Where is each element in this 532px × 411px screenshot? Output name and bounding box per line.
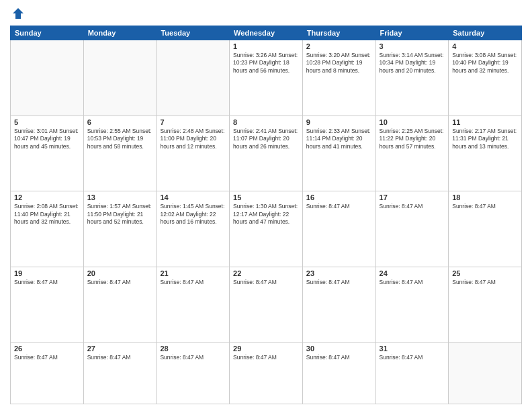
day-number: 23 — [306, 269, 372, 277]
logo — [10, 7, 25, 20]
day-info: Sunrise: 1:30 AM Sunset: 12:17 AM Daylig… — [233, 203, 299, 226]
day-info: Sunrise: 1:57 AM Sunset: 11:50 PM Daylig… — [87, 203, 153, 226]
calendar-week: 26Sunrise: 8:47 AM27Sunrise: 8:47 AM28Su… — [11, 342, 522, 404]
day-number: 17 — [380, 193, 445, 201]
calendar-cell: 8Sunrise: 2:41 AM Sunset: 11:07 PM Dayli… — [230, 116, 303, 191]
day-number: 24 — [380, 269, 445, 277]
page: SundayMondayTuesdayWednesdayThursdayFrid… — [0, 0, 532, 411]
day-header: Tuesday — [157, 26, 230, 40]
calendar-cell: 7Sunrise: 2:48 AM Sunset: 11:00 PM Dayli… — [157, 116, 230, 191]
header-row: SundayMondayTuesdayWednesdayThursdayFrid… — [11, 26, 522, 40]
day-number: 31 — [380, 345, 445, 353]
day-info: Sunrise: 3:01 AM Sunset: 10:47 PM Daylig… — [14, 128, 80, 150]
day-info: Sunrise: 1:45 AM Sunset: 12:02 AM Daylig… — [160, 203, 226, 226]
day-number: 20 — [87, 269, 153, 277]
day-info: Sunrise: 2:25 AM Sunset: 11:22 PM Daylig… — [380, 128, 445, 150]
calendar-cell: 5Sunrise: 3:01 AM Sunset: 10:47 PM Dayli… — [11, 116, 84, 191]
calendar-cell: 12Sunrise: 2:08 AM Sunset: 11:40 PM Dayl… — [11, 191, 84, 267]
calendar-cell: 22Sunrise: 8:47 AM — [230, 267, 303, 342]
day-header: Monday — [83, 26, 157, 40]
day-info: Sunrise: 3:26 AM Sunset: 10:23 PM Daylig… — [233, 52, 299, 75]
day-number: 12 — [14, 193, 80, 201]
day-number: 5 — [14, 118, 80, 126]
day-number: 27 — [87, 345, 153, 353]
calendar-cell: 16Sunrise: 8:47 AM — [302, 191, 375, 267]
calendar-cell: 30Sunrise: 8:47 AM — [302, 342, 375, 404]
calendar-week: 12Sunrise: 2:08 AM Sunset: 11:40 PM Dayl… — [11, 191, 522, 267]
day-info: Sunrise: 8:47 AM — [306, 203, 372, 210]
day-info: Sunrise: 8:47 AM — [87, 279, 153, 286]
day-number: 19 — [14, 269, 80, 277]
day-info: Sunrise: 8:47 AM — [160, 279, 226, 286]
day-header: Wednesday — [230, 26, 303, 40]
calendar-cell: 13Sunrise: 1:57 AM Sunset: 11:50 PM Dayl… — [83, 191, 157, 267]
calendar-cell — [11, 40, 84, 116]
day-number: 29 — [233, 345, 299, 353]
day-number: 16 — [306, 193, 372, 201]
day-number: 13 — [87, 193, 153, 201]
calendar-cell: 26Sunrise: 8:47 AM — [11, 342, 84, 404]
calendar-week: 19Sunrise: 8:47 AM20Sunrise: 8:47 AM21Su… — [11, 267, 522, 342]
calendar-cell: 25Sunrise: 8:47 AM — [449, 267, 522, 342]
day-number: 25 — [452, 269, 518, 277]
day-number: 6 — [87, 118, 153, 126]
day-info: Sunrise: 2:17 AM Sunset: 11:31 PM Daylig… — [452, 128, 518, 150]
day-info: Sunrise: 3:08 AM Sunset: 10:40 PM Daylig… — [452, 52, 518, 75]
day-header: Thursday — [302, 26, 375, 40]
calendar-cell: 23Sunrise: 8:47 AM — [302, 267, 375, 342]
header — [10, 7, 522, 20]
day-info: Sunrise: 2:41 AM Sunset: 11:07 PM Daylig… — [233, 128, 299, 150]
day-number: 21 — [160, 269, 226, 277]
day-number: 1 — [233, 42, 299, 50]
calendar-cell: 24Sunrise: 8:47 AM — [375, 267, 449, 342]
day-info: Sunrise: 8:47 AM — [380, 279, 445, 286]
calendar-cell: 29Sunrise: 8:47 AM — [230, 342, 303, 404]
day-info: Sunrise: 2:55 AM Sunset: 10:53 PM Daylig… — [87, 128, 153, 150]
day-number: 18 — [452, 193, 518, 201]
svg-marker-0 — [13, 8, 24, 19]
day-info: Sunrise: 8:47 AM — [233, 279, 299, 286]
day-number: 4 — [452, 42, 518, 50]
calendar-cell — [157, 40, 230, 116]
calendar-cell: 19Sunrise: 8:47 AM — [11, 267, 84, 342]
day-number: 8 — [233, 118, 299, 126]
day-info: Sunrise: 8:47 AM — [87, 354, 153, 361]
calendar-week: 5Sunrise: 3:01 AM Sunset: 10:47 PM Dayli… — [11, 116, 522, 191]
day-number: 22 — [233, 269, 299, 277]
calendar-cell: 6Sunrise: 2:55 AM Sunset: 10:53 PM Dayli… — [83, 116, 157, 191]
day-info: Sunrise: 8:47 AM — [14, 279, 80, 286]
calendar-cell: 17Sunrise: 8:47 AM — [375, 191, 449, 267]
day-info: Sunrise: 2:33 AM Sunset: 11:14 PM Daylig… — [306, 128, 372, 150]
day-number: 28 — [160, 345, 226, 353]
day-header: Sunday — [11, 26, 84, 40]
day-info: Sunrise: 8:47 AM — [452, 279, 518, 286]
calendar: SundayMondayTuesdayWednesdayThursdayFrid… — [10, 26, 522, 404]
day-info: Sunrise: 8:47 AM — [380, 203, 445, 210]
day-number: 2 — [306, 42, 372, 50]
day-number: 9 — [306, 118, 372, 126]
calendar-cell: 15Sunrise: 1:30 AM Sunset: 12:17 AM Dayl… — [230, 191, 303, 267]
day-header: Saturday — [449, 26, 522, 40]
calendar-cell: 2Sunrise: 3:20 AM Sunset: 10:28 PM Dayli… — [302, 40, 375, 116]
calendar-cell: 27Sunrise: 8:47 AM — [83, 342, 157, 404]
calendar-cell: 14Sunrise: 1:45 AM Sunset: 12:02 AM Dayl… — [157, 191, 230, 267]
day-header: Friday — [375, 26, 449, 40]
day-info: Sunrise: 2:08 AM Sunset: 11:40 PM Daylig… — [14, 203, 80, 226]
day-number: 26 — [14, 345, 80, 353]
day-info: Sunrise: 3:20 AM Sunset: 10:28 PM Daylig… — [306, 52, 372, 75]
calendar-cell: 28Sunrise: 8:47 AM — [157, 342, 230, 404]
calendar-week: 1Sunrise: 3:26 AM Sunset: 10:23 PM Dayli… — [11, 40, 522, 116]
calendar-cell: 18Sunrise: 8:47 AM — [449, 191, 522, 267]
day-info: Sunrise: 8:47 AM — [306, 279, 372, 286]
day-info: Sunrise: 8:47 AM — [160, 354, 226, 361]
day-info: Sunrise: 8:47 AM — [306, 354, 372, 361]
day-number: 14 — [160, 193, 226, 201]
day-number: 3 — [380, 42, 445, 50]
day-number: 30 — [306, 345, 372, 353]
calendar-cell — [449, 342, 522, 404]
day-info: Sunrise: 8:47 AM — [380, 354, 445, 361]
day-number: 11 — [452, 118, 518, 126]
calendar-cell: 20Sunrise: 8:47 AM — [83, 267, 157, 342]
calendar-cell: 3Sunrise: 3:14 AM Sunset: 10:34 PM Dayli… — [375, 40, 449, 116]
day-number: 15 — [233, 193, 299, 201]
